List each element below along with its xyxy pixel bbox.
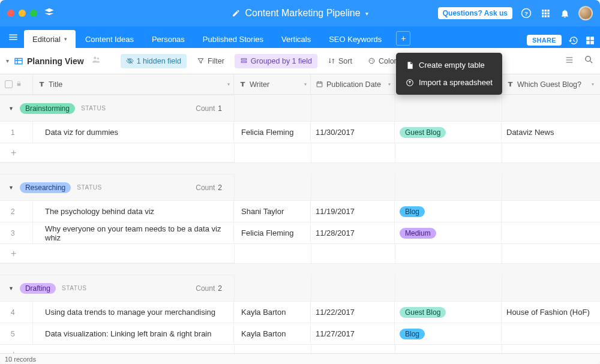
cell-publication-date[interactable]: 11/19/2017: [311, 201, 395, 222]
checkbox-icon[interactable]: [5, 80, 13, 88]
column-header-guest-blog[interactable]: Which Guest Blog?▾: [502, 74, 598, 94]
cell-publication-location[interactable]: Guest Blog: [395, 302, 502, 323]
import-spreadsheet-item[interactable]: Import a spreadsheet: [396, 74, 502, 91]
add-table-button[interactable]: +: [396, 31, 410, 46]
history-icon[interactable]: [568, 35, 578, 46]
row-height-icon[interactable]: [565, 55, 574, 67]
add-row-button[interactable]: +: [0, 244, 234, 263]
minimize-window-button[interactable]: [19, 10, 26, 17]
sort-button[interactable]: Sort: [322, 54, 358, 68]
share-button[interactable]: SHARE: [527, 35, 562, 46]
apps-grid-icon[interactable]: [540, 8, 551, 19]
help-questions-button[interactable]: Questions? Ask us: [438, 7, 512, 19]
svg-point-19: [97, 58, 98, 59]
status-label: STATUS: [81, 105, 106, 112]
status-chip: Researching: [20, 182, 71, 193]
cell-publication-location[interactable]: Blog: [395, 323, 502, 344]
text-field-icon: [239, 80, 247, 88]
tab-published-stories[interactable]: Published Stories: [194, 30, 272, 48]
chevron-down-icon: ▾: [227, 82, 230, 87]
chevron-down-icon: ▾: [592, 82, 594, 87]
cell-publication-location[interactable]: Guest Blog: [395, 122, 502, 143]
svg-rect-2: [542, 10, 544, 11]
collaborators-icon[interactable]: [91, 55, 101, 67]
user-avatar[interactable]: [578, 6, 593, 20]
base-title[interactable]: Content Marketing Pipeline ▾: [232, 8, 368, 19]
svg-rect-30: [317, 82, 322, 87]
svg-point-25: [372, 59, 373, 60]
cell-title[interactable]: The psychology behind data viz: [33, 201, 234, 222]
svg-point-23: [369, 58, 374, 64]
column-header-checkbox[interactable]: [0, 74, 33, 94]
svg-rect-22: [241, 61, 247, 62]
status-chip: Brainstorming: [20, 103, 75, 114]
cell-guest-blog[interactable]: [502, 201, 598, 222]
close-window-button[interactable]: [7, 10, 14, 17]
base-title-text: Content Marketing Pipeline: [245, 8, 360, 19]
cell-guest-blog[interactable]: Dataviz News: [502, 122, 598, 143]
sort-icon: [328, 57, 335, 65]
group-header[interactable]: ▼ResearchingSTATUSCount 2: [0, 174, 234, 200]
hidden-fields-button[interactable]: 1 hidden field: [121, 54, 187, 68]
cell-writer[interactable]: Felicia Fleming: [234, 122, 311, 143]
group-header[interactable]: ▼DraftingSTATUSCount 2: [0, 275, 234, 301]
cell-publication-date[interactable]: 11/27/2017: [311, 323, 395, 344]
view-name[interactable]: Planning View: [14, 56, 84, 66]
table-row[interactable]: 1Data viz for dummiesFelicia Fleming11/3…: [0, 122, 600, 143]
cell-guest-blog[interactable]: [502, 323, 598, 344]
row-number: 2: [0, 201, 33, 222]
svg-rect-21: [241, 59, 247, 60]
cell-title[interactable]: Data viz for dummies: [33, 122, 234, 143]
table-row[interactable]: 4Using data trends to manage your mercha…: [0, 302, 600, 323]
tab-personas[interactable]: Personas: [143, 30, 193, 48]
group-header[interactable]: ▼BrainstormingSTATUSCount 1: [0, 95, 234, 121]
column-header-publication-date[interactable]: Publication Date▾: [311, 74, 395, 94]
svg-line-28: [590, 61, 593, 64]
group-button[interactable]: Grouped by 1 field: [235, 54, 317, 68]
caret-down-icon: ▼: [8, 185, 14, 191]
cell-publication-date[interactable]: 11/28/2017: [311, 222, 395, 243]
cell-title[interactable]: Using data trends to manage your merchan…: [33, 302, 234, 323]
cell-guest-blog[interactable]: [502, 222, 598, 243]
tab-content-ideas[interactable]: Content Ideas: [77, 30, 142, 48]
cell-publication-date[interactable]: 11/22/2017: [311, 302, 395, 323]
cell-writer[interactable]: Felicia Fleming: [234, 222, 311, 243]
cell-writer[interactable]: Kayla Barton: [234, 302, 311, 323]
table-row[interactable]: 2The psychology behind data vizShani Tay…: [0, 201, 600, 222]
view-switcher-caret-icon[interactable]: ▾: [6, 58, 9, 64]
cell-writer[interactable]: Kayla Barton: [234, 323, 311, 344]
add-row-button[interactable]: +: [0, 143, 234, 163]
group-count: Count 1: [196, 104, 226, 113]
tab-seo-keywords[interactable]: SEO Keywords: [320, 30, 390, 48]
add-table-dropdown: Create empty table Import a spreadsheet: [396, 53, 502, 95]
sidebar-toggle-icon[interactable]: [5, 26, 22, 48]
chevron-down-icon: ▾: [388, 82, 391, 87]
svg-rect-10: [547, 15, 549, 17]
search-icon[interactable]: [584, 55, 594, 67]
cell-title[interactable]: Data visualization: Linking left brain &…: [33, 323, 234, 344]
cell-publication-location[interactable]: Medium: [395, 222, 502, 243]
cell-title[interactable]: Why everyone on your team needs to be a …: [33, 222, 234, 243]
bell-icon[interactable]: [559, 8, 570, 19]
column-header-title[interactable]: Title▾: [33, 74, 234, 94]
add-row-button[interactable]: +: [0, 345, 234, 353]
table-row[interactable]: 3Why everyone on your team needs to be a…: [0, 222, 600, 244]
cell-writer[interactable]: Shani Taylor: [234, 201, 311, 222]
cell-publication-date[interactable]: 11/30/2017: [311, 122, 395, 143]
help-icon[interactable]: ?: [521, 8, 532, 19]
cell-publication-location[interactable]: Blog: [395, 201, 502, 222]
location-chip: Blog: [400, 329, 425, 339]
grid-body[interactable]: ▼BrainstormingSTATUSCount 11Data viz for…: [0, 95, 600, 353]
tab-editorial[interactable]: Editorial▾: [24, 30, 76, 48]
maximize-window-button[interactable]: [30, 10, 37, 17]
tab-verticals[interactable]: Verticals: [273, 30, 319, 48]
column-header-writer[interactable]: Writer▾: [234, 74, 311, 94]
create-empty-table-item[interactable]: Create empty table: [396, 56, 502, 74]
table-row[interactable]: 5Data visualization: Linking left brain …: [0, 323, 600, 345]
cell-guest-blog[interactable]: House of Fashion (HoF): [502, 302, 598, 323]
svg-rect-3: [545, 10, 547, 11]
filter-button[interactable]: Filter: [191, 54, 230, 68]
blocks-icon[interactable]: [584, 35, 595, 46]
text-field-icon: [38, 80, 46, 88]
view-toolbar: ▾ Planning View 1 hidden field Filter Gr…: [0, 48, 600, 74]
